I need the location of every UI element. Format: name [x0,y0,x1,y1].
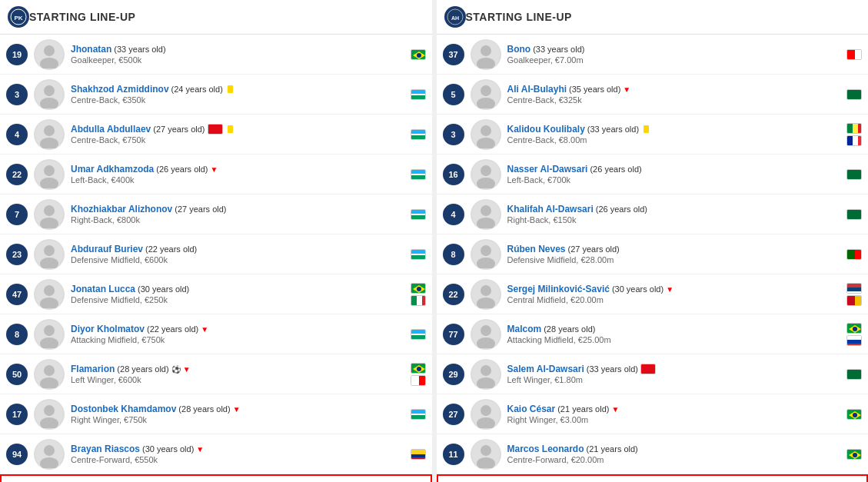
player-flags [411,208,426,220]
svg-text:AH: AH [451,15,458,21]
svg-rect-20 [411,135,426,140]
player-age: (24 years old) [171,85,223,94]
svg-rect-84 [847,90,862,100]
flag-icon [846,88,862,100]
player-flags [411,328,426,340]
flag-icon [846,48,862,60]
player-position-value: Defensive Midfield, €600k [71,255,401,264]
svg-rect-38 [411,255,426,260]
player-name[interactable]: Shakhzod Azmiddinov [71,84,169,95]
player-row: 19 Jhonatan(33 years old)Goalkeeper, €50… [0,35,432,75]
player-position-value: Attacking Midfield, €750k [71,335,401,344]
player-info: Kaio César(21 years old)▼Right Winger, €… [507,404,838,424]
flag-icon [411,128,426,140]
player-flags [411,168,426,180]
svg-rect-121 [847,336,862,340]
player-flags [411,408,426,420]
player-name[interactable]: Brayan Riascos [71,444,140,454]
svg-point-108 [481,285,491,296]
player-photo [471,359,501,390]
flag-icon [846,335,862,347]
yellow-card-icon [644,125,649,133]
player-age: (27 years old) [568,244,620,254]
player-flags [846,122,862,147]
player-name[interactable]: Nasser Al-Dawsari [507,164,588,175]
player-name[interactable]: Flamarion [71,364,115,374]
player-age: (33 years old) [114,45,165,54]
svg-rect-51 [411,330,426,334]
player-number: 11 [443,444,464,465]
player-position-value: Right-Back, €150k [507,215,838,224]
svg-point-44 [417,287,421,291]
player-number: 4 [443,204,464,225]
svg-point-7 [417,53,421,58]
svg-point-116 [481,325,491,336]
team2-title: STARTING LINE-UP [466,11,572,23]
player-age: (28 years old) [117,364,168,374]
player-position-value: Left-Back, €400k [71,175,401,184]
substitution-out-icon: ▼ [196,445,204,454]
player-position-value: Right Winger, €3.00m [507,415,838,424]
player-row: 16 Nasser Al-Dawsari(26 years old)Left-B… [437,155,869,194]
svg-point-3 [44,45,55,56]
player-name[interactable]: Malcom [507,324,542,334]
flag-icon [846,135,862,147]
flag-icon [411,88,426,100]
player-flags [411,88,426,100]
player-name[interactable]: Jonatan Lucca [71,284,135,294]
svg-rect-72 [411,454,426,457]
player-name[interactable]: Khalifah Al-Dawsari [507,204,594,214]
player-name[interactable]: Umar Adkhamzoda [71,164,154,175]
player-photo [34,159,65,190]
player-position-value: Centre-Back, €325k [507,95,838,105]
player-photo [34,399,65,430]
svg-rect-24 [411,170,426,174]
flag-icon [846,408,862,420]
player-name[interactable]: Abdulla Abdullaev [71,124,151,135]
player-photo [34,439,65,470]
svg-point-134 [853,413,857,417]
flag-icon [411,282,426,294]
player-info: Shakhzod Azmiddinov(24 years old)Centre-… [71,84,401,105]
player-info: Bono(33 years old)Goalkeeper, €7.00m [507,44,838,65]
svg-rect-101 [847,210,862,220]
svg-rect-97 [847,170,862,180]
player-age: (35 years old) [569,85,620,94]
svg-point-125 [481,365,491,376]
player-photo [471,79,501,110]
yellow-card-icon [228,85,233,93]
player-name[interactable]: Sergej Milinković-Savić [507,284,610,294]
player-name[interactable]: Bono [507,44,531,55]
player-flags [411,282,426,307]
player-name[interactable]: Abdurauf Buriev [71,244,143,254]
team2-players-list: 37 Bono(33 years old)Goalkeeper, €7.00m … [437,35,869,474]
svg-rect-113 [847,296,855,306]
player-number: 47 [6,284,28,305]
player-name[interactable]: Rúben Neves [507,244,566,254]
player-name[interactable]: Ali Al-Bulayhi [507,84,567,95]
player-position-value: Left-Back, €700k [507,175,838,184]
player-name[interactable]: Kaio César [507,404,556,414]
player-number: 27 [443,404,464,425]
svg-rect-13 [411,95,426,100]
player-name[interactable]: Jhonatan [71,44,111,55]
player-row: 3 Shakhzod Azmiddinov(24 years old)Centr… [0,75,432,115]
svg-point-99 [481,205,491,216]
player-name[interactable]: Kalidou Koulibaly [507,124,585,135]
svg-point-55 [44,365,55,376]
player-row: 8 Rúben Neves(27 years old)Defensive Mid… [437,234,869,274]
player-name[interactable]: Dostonbek Khamdamov [71,404,176,414]
svg-point-140 [853,453,857,457]
flag-icon [411,295,426,307]
player-photo [471,279,501,310]
player-age: (22 years old) [145,244,197,254]
player-name[interactable]: Marcos Leonardo [507,444,584,454]
svg-rect-91 [847,136,853,146]
player-age: (26 years old) [596,204,647,214]
player-name[interactable]: Salem Al-Dawsari [507,364,584,374]
svg-rect-114 [855,296,862,306]
flag-icon [846,122,862,134]
player-name[interactable]: Khozhiakbar Alizhonov [71,204,172,214]
player-photo [471,119,501,150]
player-name[interactable]: Diyor Kholmatov [71,324,145,334]
